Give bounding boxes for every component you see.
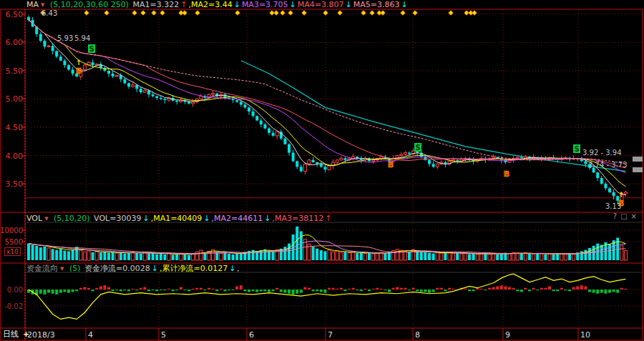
vol-values: VOL=30039↓,MA1=40409↓,MA2=44611↓,MA3=381… xyxy=(94,214,333,223)
money-flow-bar xyxy=(140,288,142,290)
candlestick xyxy=(316,162,318,164)
flow-selector-button[interactable]: 资金流向▼ xyxy=(26,264,65,273)
maximize-button[interactable]: □ xyxy=(620,212,630,220)
money-flow-bar xyxy=(343,290,346,291)
volume-bar xyxy=(584,250,587,260)
money-flow-bar xyxy=(532,288,535,290)
up-arrow-icon: ↑ xyxy=(618,191,624,199)
candlestick xyxy=(312,160,315,162)
money-flow-bar xyxy=(43,290,46,295)
volume-bar xyxy=(356,253,358,260)
volume-bar xyxy=(288,244,291,260)
money-flow-bar xyxy=(200,288,203,290)
candlestick xyxy=(320,164,323,167)
signal-diamond-icon xyxy=(141,11,146,16)
down-arrow-icon: ↓ xyxy=(290,0,296,9)
candlestick xyxy=(248,107,250,112)
money-flow-bar xyxy=(468,290,471,291)
volume-bar xyxy=(152,253,155,260)
volume-bar xyxy=(235,254,238,260)
candlestick xyxy=(175,101,178,102)
right-edge-price-tag xyxy=(633,167,643,172)
pane-window-controls: ?□× xyxy=(613,212,640,221)
volume-bar xyxy=(424,252,426,260)
indicator-value: ,MA2=3.44 xyxy=(188,0,232,9)
volume-bar xyxy=(488,254,491,260)
volume-bar xyxy=(556,253,559,260)
x-axis-month-label: 2018/3 xyxy=(27,330,55,340)
volume-bar xyxy=(208,251,210,260)
money-flow-bar xyxy=(303,287,306,290)
volume-bar xyxy=(263,249,266,260)
volume-bar xyxy=(332,252,335,260)
vol-selector-button[interactable]: VOL▼ xyxy=(26,214,50,223)
down-arrow-icon: ↓ xyxy=(401,0,408,9)
volume-bar xyxy=(372,254,375,260)
x-axis-month-label: 10 xyxy=(580,330,590,340)
money-flow-bar xyxy=(472,290,475,291)
signal-diamond-icon xyxy=(361,11,366,16)
volume-bar xyxy=(484,253,487,260)
volume-bar xyxy=(516,253,519,260)
money-flow-bar xyxy=(127,290,130,291)
money-flow-bar xyxy=(223,290,226,291)
signal-diamond-icon xyxy=(195,11,200,16)
volume-bar xyxy=(620,246,623,260)
volume-bar xyxy=(524,253,527,260)
candlestick xyxy=(613,192,615,197)
price-annotation: 5.93 xyxy=(57,34,73,42)
volume-bar xyxy=(520,254,523,260)
money-flow-bar xyxy=(92,290,94,291)
money-flow-bar xyxy=(232,290,235,290)
money-flow-bar xyxy=(47,290,50,293)
money-flow-bar xyxy=(364,289,366,290)
candlestick xyxy=(268,129,270,133)
volume-bar xyxy=(163,254,166,260)
candlestick xyxy=(340,158,343,159)
vol-params: (5,10,20) xyxy=(54,214,90,223)
signal-diamond-icon xyxy=(235,11,240,16)
ma-selector-button[interactable]: MA▼ xyxy=(26,0,46,9)
money-flow-bar xyxy=(167,289,170,290)
money-flow-bar xyxy=(613,290,615,292)
y-axis-price-label: 4.50 xyxy=(6,123,24,132)
candlestick xyxy=(200,97,203,99)
money-flow-bar xyxy=(388,290,391,292)
crosshair-icon[interactable]: + xyxy=(23,330,29,339)
period-selector[interactable]: 日线+ xyxy=(3,329,29,340)
money-flow-bar xyxy=(536,290,539,290)
money-flow-bar xyxy=(260,290,263,291)
volume-bar xyxy=(536,253,539,260)
period-label: 日线 xyxy=(3,330,19,339)
money-flow-bar xyxy=(39,290,42,294)
money-flow-bar xyxy=(252,290,255,291)
volume-bar xyxy=(296,227,298,260)
volume-bar xyxy=(103,252,106,260)
chart-canvas[interactable]: 6.506.005.505.004.504.003.501000055000.0… xyxy=(0,0,644,341)
candlestick xyxy=(127,83,130,87)
candlestick xyxy=(59,56,62,61)
candlestick xyxy=(520,157,523,159)
money-flow-bar xyxy=(436,288,439,290)
help-button[interactable]: ? xyxy=(613,212,620,220)
money-flow-bar xyxy=(492,287,495,290)
candlestick xyxy=(52,46,54,51)
volume-bar xyxy=(572,254,575,260)
indicator-value: ,MA1=40409 xyxy=(151,214,203,223)
money-flow-bar xyxy=(283,290,286,293)
money-flow-bar xyxy=(75,290,78,291)
volume-bar xyxy=(220,253,223,260)
money-flow-bar xyxy=(275,288,278,290)
y-axis-flow-label: -0.02 xyxy=(4,302,23,310)
money-flow-bar xyxy=(444,290,447,291)
volume-bar xyxy=(127,253,130,260)
money-flow-bar xyxy=(496,286,499,290)
money-flow-bar xyxy=(360,290,363,291)
money-flow-bar xyxy=(488,288,491,290)
money-flow-bar xyxy=(272,290,275,291)
candlestick xyxy=(240,102,243,104)
indicator-value: , xyxy=(237,264,240,273)
money-flow-bar xyxy=(596,290,599,294)
close-button[interactable]: × xyxy=(631,212,640,220)
money-flow-bar xyxy=(180,287,182,290)
